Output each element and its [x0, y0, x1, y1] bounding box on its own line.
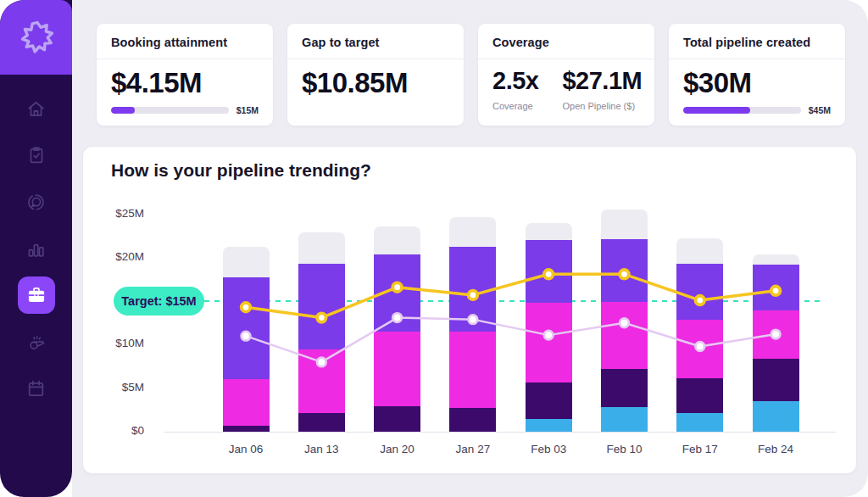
x-axis-label: Feb 17: [663, 443, 737, 455]
pipeline-trend-chart-card: How is your pipeline trending? $25M$20M$…: [82, 146, 857, 474]
bar-segment-stage-purple[interactable]: [223, 277, 270, 379]
bar-segment-stage-blue[interactable]: [676, 413, 723, 432]
sidebar-item-home[interactable]: [18, 90, 55, 127]
data-point-trend-lavender[interactable]: [696, 342, 705, 351]
kpi-value: $4.15M: [111, 67, 259, 99]
bar-segment-stage-gray-remaining[interactable]: [601, 209, 648, 239]
kpi-card-total-pipeline: Total pipeline created $30M $45M: [668, 23, 846, 126]
progress-bar: [111, 107, 229, 114]
bar-chart-icon: [25, 238, 47, 260]
x-axis-label: Jan 20: [360, 443, 435, 455]
sidebar-item-analytics[interactable]: [18, 230, 55, 267]
y-axis-tick: $5M: [92, 381, 144, 394]
data-point-trend-yellow[interactable]: [242, 303, 251, 312]
data-point-trend-lavender[interactable]: [544, 331, 554, 340]
progress-fill: [683, 107, 750, 114]
bar-segment-stage-blue[interactable]: [753, 401, 799, 432]
x-axis-label: Feb 24: [738, 443, 813, 455]
data-point-trend-lavender[interactable]: [242, 332, 251, 341]
bar-segment-stage-purple[interactable]: [298, 264, 345, 349]
bar-segment-stage-dark-purple[interactable]: [449, 408, 496, 432]
bar-segment-stage-dark-purple[interactable]: [223, 426, 270, 432]
sidebar-item-calendar[interactable]: [18, 370, 55, 407]
home-icon: [25, 98, 47, 120]
y-axis-tick: $0: [92, 424, 144, 437]
card-title: Booking attainment: [111, 36, 227, 49]
bar-segment-stage-dark-purple[interactable]: [298, 413, 345, 432]
data-point-trend-lavender[interactable]: [620, 318, 629, 327]
card-title: Total pipeline created: [683, 36, 810, 49]
sidebar-item-coaching[interactable]: [18, 323, 55, 360]
data-point-trend-lavender[interactable]: [469, 315, 478, 324]
x-axis-label: Jan 13: [284, 443, 359, 455]
sidebar: [0, 0, 72, 497]
app-logo[interactable]: [0, 0, 72, 75]
bar-segment-stage-dark-purple[interactable]: [601, 369, 648, 407]
bar-segment-stage-magenta[interactable]: [223, 379, 270, 425]
metric-open-pipeline: $27.1M Open Pipeline ($): [562, 67, 642, 111]
bar-segment-stage-blue[interactable]: [601, 407, 648, 432]
sidebar-item-conversations[interactable]: [18, 183, 55, 221]
bar-segment-stage-magenta[interactable]: [526, 303, 572, 382]
sidebar-item-tasks[interactable]: [18, 137, 55, 174]
bar-segment-stage-dark-purple[interactable]: [526, 383, 572, 419]
bar-segment-stage-magenta[interactable]: [449, 332, 496, 408]
data-point-trend-yellow[interactable]: [620, 270, 629, 279]
bar-segment-stage-gray-remaining[interactable]: [676, 238, 723, 264]
data-point-trend-lavender[interactable]: [392, 313, 402, 322]
card-title: Coverage: [492, 36, 549, 49]
bar-segment-stage-gray-remaining[interactable]: [753, 254, 799, 265]
progress-bar: [683, 107, 801, 114]
kpi-card-coverage: Coverage 2.5x Coverage $27.1M Open Pipel…: [477, 23, 655, 126]
whistle-icon: [25, 332, 47, 353]
bar-segment-stage-purple[interactable]: [676, 264, 723, 320]
bar-segment-stage-dark-purple[interactable]: [374, 406, 420, 432]
data-point-trend-yellow[interactable]: [469, 291, 478, 300]
app-window: Booking attainment $4.15M $15M Gap to ta…: [0, 0, 868, 497]
metric-value: $27.1M: [562, 67, 642, 95]
progress-max-label: $15M: [236, 105, 259, 115]
kpi-value: $10.85M: [302, 67, 449, 99]
bar-segment-stage-gray-remaining[interactable]: [374, 226, 420, 254]
clipboard-check-icon: [26, 145, 47, 165]
logo-starburst-icon: [18, 19, 55, 56]
progress-max-label: $45M: [809, 105, 831, 115]
data-point-trend-yellow[interactable]: [696, 296, 705, 305]
bar-segment-stage-blue[interactable]: [526, 419, 572, 432]
progress-fill: [111, 107, 135, 114]
metric-label: Open Pipeline ($): [562, 101, 642, 111]
bar-segment-stage-magenta[interactable]: [601, 302, 648, 369]
kpi-card-gap-to-target: Gap to target $10.85M: [287, 23, 465, 126]
data-point-trend-yellow[interactable]: [317, 313, 326, 322]
target-label-pill: Target: $15M: [114, 287, 204, 316]
sidebar-item-pipeline[interactable]: [18, 276, 55, 314]
bar-segment-stage-dark-purple[interactable]: [753, 359, 799, 401]
briefcase-icon: [25, 284, 47, 306]
metric-label: Coverage: [492, 101, 538, 111]
bar-segment-stage-dark-purple[interactable]: [676, 378, 723, 413]
data-point-trend-lavender[interactable]: [317, 358, 326, 367]
sidebar-nav: [0, 75, 72, 407]
x-axis-label: Feb 03: [511, 443, 586, 455]
x-axis-label: Jan 27: [436, 443, 510, 455]
card-title: Gap to target: [302, 36, 380, 49]
bar-segment-stage-gray-remaining[interactable]: [526, 223, 572, 241]
main-content: Booking attainment $4.15M $15M Gap to ta…: [72, 0, 868, 497]
x-axis-label: Feb 10: [587, 443, 662, 455]
y-axis-tick: $10M: [92, 337, 144, 349]
kpi-cards-row: Booking attainment $4.15M $15M Gap to ta…: [96, 23, 846, 126]
kpi-card-booking-attainment: Booking attainment $4.15M $15M: [96, 23, 274, 126]
data-point-trend-yellow[interactable]: [771, 286, 781, 295]
data-point-trend-lavender[interactable]: [771, 330, 781, 339]
data-point-trend-yellow[interactable]: [544, 270, 554, 279]
bar-segment-stage-magenta[interactable]: [374, 332, 420, 406]
kpi-value: $30M: [683, 67, 831, 99]
data-point-trend-yellow[interactable]: [392, 282, 402, 292]
bar-segment-stage-gray-remaining[interactable]: [223, 247, 270, 277]
bar-segment-stage-gray-remaining[interactable]: [449, 217, 496, 248]
y-axis-tick: $25M: [92, 207, 144, 220]
bar-segment-stage-gray-remaining[interactable]: [298, 232, 345, 264]
chat-bubble-icon: [25, 192, 47, 213]
y-axis-tick: $20M: [92, 250, 144, 263]
metric-coverage-ratio: 2.5x Coverage: [492, 67, 538, 111]
